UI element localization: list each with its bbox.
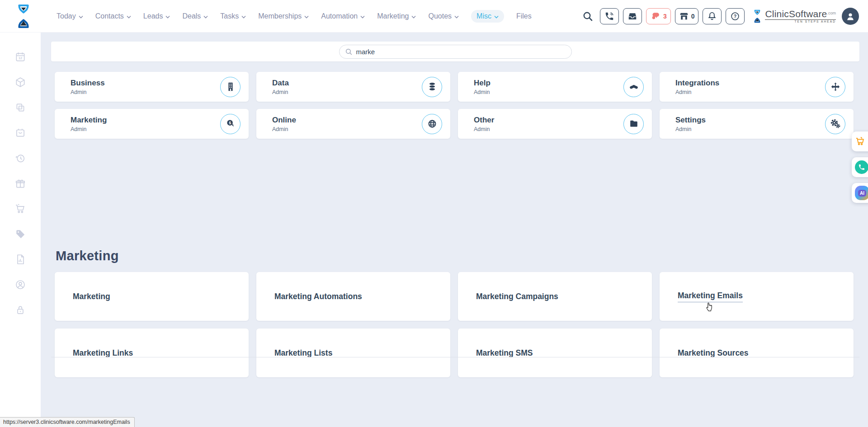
marketing-card-campaigns[interactable]: Marketing Campaigns	[458, 272, 652, 321]
brand-logo[interactable]: ClinicSoftware.com TEN STEPS AHEAD	[751, 9, 836, 24]
package-icon[interactable]	[14, 76, 26, 88]
main-menu: Today Contacts Leads Deals Tasks Members…	[57, 0, 532, 33]
chevron-down-icon	[360, 15, 365, 19]
marketing-card-links[interactable]: Marketing Links	[55, 328, 249, 377]
chat-badge: 3	[663, 13, 667, 20]
card-title: Marketing	[73, 292, 110, 301]
nav-item-contacts[interactable]: Contacts	[95, 12, 131, 20]
marketing-card-sms[interactable]: Marketing SMS	[458, 328, 652, 377]
top-navbar: Today Contacts Leads Deals Tasks Members…	[0, 0, 868, 33]
category-card-settings[interactable]: SettingsAdmin	[660, 109, 854, 139]
chevron-down-icon	[165, 15, 170, 19]
marketing-card-lists[interactable]: Marketing Lists	[256, 328, 450, 377]
category-title: Help	[474, 79, 623, 88]
nav-item-today[interactable]: Today	[57, 12, 83, 20]
marketing-card-emails[interactable]: Marketing Emails	[660, 272, 854, 321]
history-icon[interactable]	[14, 152, 26, 164]
help-icon: ?	[730, 11, 740, 21]
nav-label: Quotes	[428, 12, 452, 20]
nav-item-quotes[interactable]: Quotes	[428, 12, 459, 20]
nav-label: Contacts	[95, 12, 124, 20]
nav-item-leads[interactable]: Leads	[143, 12, 170, 20]
floating-ai-button[interactable]: AI	[852, 183, 868, 203]
category-card-integrations[interactable]: IntegrationsAdmin	[660, 72, 854, 102]
card-title: Marketing Links	[73, 348, 133, 358]
calendar-icon[interactable]: 12	[14, 51, 26, 63]
category-title: Integrations	[675, 79, 825, 88]
category-subtitle: Admin	[675, 126, 825, 132]
chevron-down-icon	[454, 15, 459, 19]
nav-item-files[interactable]: Files	[516, 12, 532, 20]
user-icon	[845, 11, 856, 22]
cart-icon[interactable]	[14, 203, 26, 215]
category-subtitle: Admin	[474, 126, 623, 132]
search-box[interactable]	[339, 45, 572, 59]
section-divider	[51, 357, 859, 357]
nav-label: Today	[57, 12, 76, 20]
category-card-online[interactable]: OnlineAdmin	[256, 109, 450, 139]
chat-icon	[650, 11, 661, 21]
copy-icon[interactable]	[14, 102, 26, 113]
inbox-button[interactable]	[623, 8, 642, 24]
app-logo-icon[interactable]	[13, 3, 34, 31]
nav-label: Deals	[182, 12, 201, 20]
help-button[interactable]: ?	[726, 8, 745, 24]
nav-label: Marketing	[377, 12, 409, 20]
dollar-bubble-icon: $	[220, 114, 241, 134]
category-subtitle: Admin	[474, 89, 623, 95]
nav-item-memberships[interactable]: Memberships	[258, 12, 309, 20]
nav-item-misc[interactable]: Misc	[471, 10, 504, 23]
card-title: Marketing Emails	[678, 291, 743, 302]
chat-button[interactable]: 3	[646, 8, 671, 24]
category-title: Online	[272, 116, 422, 125]
user-avatar[interactable]	[842, 8, 859, 25]
search-icon[interactable]	[582, 11, 593, 22]
globe-icon	[422, 114, 442, 134]
lock-icon[interactable]	[14, 304, 26, 316]
marketing-card-automations[interactable]: Marketing Automations	[256, 272, 450, 321]
category-card-business[interactable]: BusinessAdmin	[55, 72, 249, 102]
category-card-other[interactable]: OtherAdmin	[458, 109, 652, 139]
category-subtitle: Admin	[272, 126, 422, 132]
category-subtitle: Admin	[272, 89, 422, 95]
marketing-card-sources[interactable]: Marketing Sources	[660, 328, 854, 377]
brand-tld: .com	[827, 11, 836, 15]
brand-tagline: TEN STEPS AHEAD	[765, 19, 836, 23]
chevron-down-icon	[411, 15, 416, 19]
svg-text:$: $	[229, 121, 231, 125]
marketing-card-marketing[interactable]: Marketing	[55, 272, 249, 321]
card-title: Marketing Campaigns	[476, 292, 558, 301]
category-card-help[interactable]: HelpAdmin	[458, 72, 652, 102]
report-icon[interactable]	[14, 253, 26, 265]
notifications-button[interactable]	[703, 8, 722, 24]
database-icon	[422, 77, 442, 97]
floating-cart-button[interactable]	[852, 131, 868, 151]
hand-cursor-icon	[705, 301, 715, 312]
marketing-grid: Marketing Marketing Automations Marketin…	[55, 272, 854, 377]
nav-item-automation[interactable]: Automation	[321, 12, 365, 20]
bell-icon	[707, 11, 717, 21]
store-button[interactable]: 0	[675, 8, 699, 24]
chevron-down-icon	[304, 15, 309, 19]
nav-label: Misc	[476, 12, 491, 20]
chevron-down-icon	[79, 15, 83, 19]
phone-button[interactable]	[600, 8, 619, 24]
category-card-marketing[interactable]: MarketingAdmin $	[55, 109, 249, 139]
folder-icon	[623, 114, 644, 134]
category-subtitle: Admin	[675, 89, 825, 95]
nav-item-marketing[interactable]: Marketing	[377, 12, 416, 20]
gift-icon[interactable]	[14, 178, 26, 189]
nav-item-tasks[interactable]: Tasks	[220, 12, 246, 20]
voucher-icon[interactable]	[14, 127, 26, 139]
status-bar-url: https://server3.clinicsoftware.com/marke…	[0, 417, 135, 427]
account-icon[interactable]	[14, 279, 26, 291]
nav-label: Automation	[321, 12, 358, 20]
card-title: Marketing Sources	[678, 348, 749, 358]
category-card-data[interactable]: DataAdmin	[256, 72, 450, 102]
card-title: Marketing SMS	[476, 348, 533, 358]
tag-icon[interactable]	[14, 228, 26, 240]
nav-item-deals[interactable]: Deals	[182, 12, 208, 20]
floating-phone-button[interactable]	[852, 157, 868, 177]
search-input[interactable]	[356, 48, 566, 56]
card-title: Marketing Lists	[274, 348, 332, 358]
